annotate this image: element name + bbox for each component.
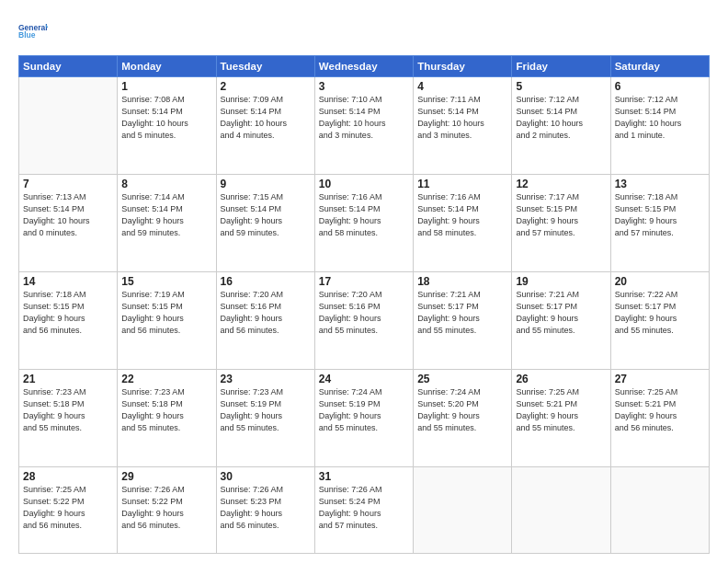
calendar-day-cell: 1Sunrise: 7:08 AM Sunset: 5:14 PM Daylig… bbox=[118, 77, 216, 175]
calendar-day-cell: 16Sunrise: 7:20 AM Sunset: 5:16 PM Dayli… bbox=[216, 272, 314, 370]
day-info: Sunrise: 7:26 AM Sunset: 5:22 PM Dayligh… bbox=[121, 484, 211, 532]
day-info: Sunrise: 7:26 AM Sunset: 5:23 PM Dayligh… bbox=[221, 484, 311, 532]
day-number: 21 bbox=[23, 373, 113, 385]
calendar-day-header: Sunday bbox=[19, 56, 118, 77]
day-number: 24 bbox=[319, 373, 409, 385]
day-number: 1 bbox=[121, 80, 211, 93]
day-info: Sunrise: 7:18 AM Sunset: 5:15 PM Dayligh… bbox=[23, 289, 113, 337]
logo-svg: General Blue bbox=[18, 17, 48, 46]
day-number: 3 bbox=[319, 80, 409, 93]
logo: General Blue bbox=[18, 17, 48, 46]
day-number: 30 bbox=[221, 470, 311, 483]
calendar-day-header: Tuesday bbox=[216, 56, 314, 77]
day-info: Sunrise: 7:15 AM Sunset: 5:14 PM Dayligh… bbox=[221, 191, 311, 239]
calendar-day-cell: 25Sunrise: 7:24 AM Sunset: 5:20 PM Dayli… bbox=[414, 370, 512, 467]
calendar-day-cell: 7Sunrise: 7:13 AM Sunset: 5:14 PM Daylig… bbox=[19, 175, 118, 272]
calendar-day-cell: 10Sunrise: 7:16 AM Sunset: 5:14 PM Dayli… bbox=[314, 175, 413, 272]
day-number: 2 bbox=[221, 80, 311, 93]
calendar-day-cell: 24Sunrise: 7:24 AM Sunset: 5:19 PM Dayli… bbox=[314, 370, 413, 467]
day-number: 9 bbox=[221, 178, 311, 190]
day-number: 18 bbox=[417, 275, 507, 288]
day-number: 14 bbox=[23, 275, 113, 288]
calendar-day-cell: 30Sunrise: 7:26 AM Sunset: 5:23 PM Dayli… bbox=[216, 467, 314, 554]
day-number: 5 bbox=[516, 80, 606, 93]
day-number: 11 bbox=[417, 178, 507, 190]
calendar-day-cell: 2Sunrise: 7:09 AM Sunset: 5:14 PM Daylig… bbox=[216, 77, 314, 175]
calendar-day-cell: 21Sunrise: 7:23 AM Sunset: 5:18 PM Dayli… bbox=[19, 370, 118, 467]
day-info: Sunrise: 7:26 AM Sunset: 5:24 PM Dayligh… bbox=[319, 484, 409, 532]
calendar-day-cell: 31Sunrise: 7:26 AM Sunset: 5:24 PM Dayli… bbox=[314, 467, 413, 554]
calendar-day-cell: 3Sunrise: 7:10 AM Sunset: 5:14 PM Daylig… bbox=[314, 77, 413, 175]
calendar-day-cell bbox=[610, 467, 709, 554]
day-number: 4 bbox=[417, 80, 507, 93]
calendar-day-cell bbox=[414, 467, 512, 554]
calendar-day-cell: 4Sunrise: 7:11 AM Sunset: 5:14 PM Daylig… bbox=[414, 77, 512, 175]
day-number: 13 bbox=[615, 178, 705, 190]
calendar-day-cell bbox=[19, 77, 118, 175]
calendar-day-header: Wednesday bbox=[314, 56, 413, 77]
calendar-day-cell: 17Sunrise: 7:20 AM Sunset: 5:16 PM Dayli… bbox=[314, 272, 413, 370]
day-info: Sunrise: 7:12 AM Sunset: 5:14 PM Dayligh… bbox=[615, 94, 705, 142]
svg-text:Blue: Blue bbox=[18, 30, 36, 40]
day-info: Sunrise: 7:24 AM Sunset: 5:20 PM Dayligh… bbox=[417, 386, 507, 434]
calendar-week-row: 7Sunrise: 7:13 AM Sunset: 5:14 PM Daylig… bbox=[19, 175, 710, 272]
day-info: Sunrise: 7:10 AM Sunset: 5:14 PM Dayligh… bbox=[319, 94, 409, 142]
calendar-week-row: 21Sunrise: 7:23 AM Sunset: 5:18 PM Dayli… bbox=[19, 370, 710, 467]
day-info: Sunrise: 7:21 AM Sunset: 5:17 PM Dayligh… bbox=[516, 289, 606, 337]
calendar-day-cell: 19Sunrise: 7:21 AM Sunset: 5:17 PM Dayli… bbox=[512, 272, 610, 370]
calendar-week-row: 14Sunrise: 7:18 AM Sunset: 5:15 PM Dayli… bbox=[19, 272, 710, 370]
calendar-day-header: Friday bbox=[512, 56, 610, 77]
calendar-day-cell: 15Sunrise: 7:19 AM Sunset: 5:15 PM Dayli… bbox=[118, 272, 216, 370]
calendar-day-cell: 20Sunrise: 7:22 AM Sunset: 5:17 PM Dayli… bbox=[610, 272, 709, 370]
day-info: Sunrise: 7:12 AM Sunset: 5:14 PM Dayligh… bbox=[516, 94, 606, 142]
calendar-day-cell: 11Sunrise: 7:16 AM Sunset: 5:14 PM Dayli… bbox=[414, 175, 512, 272]
day-number: 8 bbox=[121, 178, 211, 190]
day-number: 10 bbox=[319, 178, 409, 190]
day-number: 26 bbox=[516, 373, 606, 385]
day-number: 15 bbox=[121, 275, 211, 288]
calendar-day-cell: 13Sunrise: 7:18 AM Sunset: 5:15 PM Dayli… bbox=[610, 175, 709, 272]
day-info: Sunrise: 7:25 AM Sunset: 5:22 PM Dayligh… bbox=[23, 484, 113, 532]
calendar-week-row: 1Sunrise: 7:08 AM Sunset: 5:14 PM Daylig… bbox=[19, 77, 710, 175]
day-info: Sunrise: 7:11 AM Sunset: 5:14 PM Dayligh… bbox=[417, 94, 507, 142]
day-number: 28 bbox=[23, 470, 113, 483]
calendar-day-cell: 29Sunrise: 7:26 AM Sunset: 5:22 PM Dayli… bbox=[118, 467, 216, 554]
day-info: Sunrise: 7:25 AM Sunset: 5:21 PM Dayligh… bbox=[516, 386, 606, 434]
calendar-day-cell: 6Sunrise: 7:12 AM Sunset: 5:14 PM Daylig… bbox=[610, 77, 709, 175]
day-info: Sunrise: 7:21 AM Sunset: 5:17 PM Dayligh… bbox=[417, 289, 507, 337]
day-number: 25 bbox=[417, 373, 507, 385]
day-info: Sunrise: 7:16 AM Sunset: 5:14 PM Dayligh… bbox=[319, 191, 409, 239]
day-number: 27 bbox=[615, 373, 705, 385]
day-info: Sunrise: 7:23 AM Sunset: 5:18 PM Dayligh… bbox=[23, 386, 113, 434]
day-number: 20 bbox=[615, 275, 705, 288]
calendar-day-cell bbox=[512, 467, 610, 554]
calendar-day-cell: 5Sunrise: 7:12 AM Sunset: 5:14 PM Daylig… bbox=[512, 77, 610, 175]
day-info: Sunrise: 7:20 AM Sunset: 5:16 PM Dayligh… bbox=[221, 289, 311, 337]
calendar-day-header: Monday bbox=[118, 56, 216, 77]
calendar-day-cell: 22Sunrise: 7:23 AM Sunset: 5:18 PM Dayli… bbox=[118, 370, 216, 467]
day-info: Sunrise: 7:16 AM Sunset: 5:14 PM Dayligh… bbox=[417, 191, 507, 239]
calendar-day-cell: 9Sunrise: 7:15 AM Sunset: 5:14 PM Daylig… bbox=[216, 175, 314, 272]
day-number: 22 bbox=[121, 373, 211, 385]
page: General Blue SundayMondayTuesdayWednesda… bbox=[0, 0, 728, 563]
day-info: Sunrise: 7:08 AM Sunset: 5:14 PM Dayligh… bbox=[121, 94, 211, 142]
calendar-day-cell: 12Sunrise: 7:17 AM Sunset: 5:15 PM Dayli… bbox=[512, 175, 610, 272]
day-number: 16 bbox=[221, 275, 311, 288]
calendar-day-cell: 26Sunrise: 7:25 AM Sunset: 5:21 PM Dayli… bbox=[512, 370, 610, 467]
calendar-day-cell: 18Sunrise: 7:21 AM Sunset: 5:17 PM Dayli… bbox=[414, 272, 512, 370]
calendar-day-cell: 28Sunrise: 7:25 AM Sunset: 5:22 PM Dayli… bbox=[19, 467, 118, 554]
day-info: Sunrise: 7:18 AM Sunset: 5:15 PM Dayligh… bbox=[615, 191, 705, 239]
calendar-day-cell: 27Sunrise: 7:25 AM Sunset: 5:21 PM Dayli… bbox=[610, 370, 709, 467]
day-info: Sunrise: 7:23 AM Sunset: 5:18 PM Dayligh… bbox=[121, 386, 211, 434]
calendar-day-cell: 23Sunrise: 7:23 AM Sunset: 5:19 PM Dayli… bbox=[216, 370, 314, 467]
calendar-day-header: Saturday bbox=[610, 56, 709, 77]
day-number: 23 bbox=[221, 373, 311, 385]
day-info: Sunrise: 7:14 AM Sunset: 5:14 PM Dayligh… bbox=[121, 191, 211, 239]
calendar-table: SundayMondayTuesdayWednesdayThursdayFrid… bbox=[18, 55, 710, 554]
day-number: 17 bbox=[319, 275, 409, 288]
day-number: 31 bbox=[319, 470, 409, 483]
day-number: 29 bbox=[121, 470, 211, 483]
day-number: 7 bbox=[23, 178, 113, 190]
day-info: Sunrise: 7:25 AM Sunset: 5:21 PM Dayligh… bbox=[615, 386, 705, 434]
calendar-header-row: SundayMondayTuesdayWednesdayThursdayFrid… bbox=[19, 56, 710, 77]
